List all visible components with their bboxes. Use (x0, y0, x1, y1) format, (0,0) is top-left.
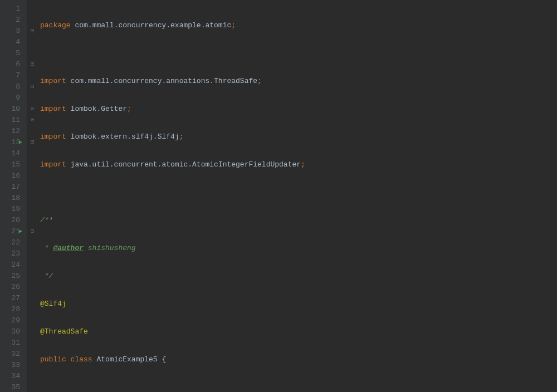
line-number: 33 (4, 360, 20, 371)
line-number: 2 (4, 14, 20, 26)
run-gutter-icon[interactable]: ▶ (19, 226, 22, 237)
line-number: 26 (4, 282, 20, 293)
code-line[interactable]: @Slf4j (40, 298, 557, 310)
code-editor[interactable]: 1234567891011121314151617181920212223242… (0, 0, 557, 392)
line-number: 19 (4, 204, 20, 215)
fold-marker[interactable] (27, 326, 38, 337)
line-number: 23 (4, 248, 20, 259)
fold-marker[interactable]: ▶⊟ (27, 226, 38, 237)
line-number: 28 (4, 304, 20, 315)
fold-marker[interactable] (27, 237, 38, 248)
code-line[interactable] (40, 382, 557, 392)
line-number: 10 (4, 104, 20, 115)
fold-marker[interactable]: ▶⊟ (27, 137, 38, 148)
line-number: 24 (4, 259, 20, 271)
line-number: 29 (4, 315, 20, 326)
line-number: 6 (4, 59, 20, 70)
fold-marker[interactable] (27, 182, 38, 193)
line-number: 11 (4, 115, 20, 126)
line-number: 9 (4, 92, 20, 104)
code-line[interactable] (40, 187, 557, 198)
line-number: 7 (4, 70, 20, 81)
fold-marker[interactable]: ⊖ (27, 115, 38, 126)
line-number: 4 (4, 37, 20, 48)
line-number: 5 (4, 48, 20, 59)
code-line[interactable]: import lombok.extern.slf4j.Slf4j; (40, 131, 557, 143)
line-number: 15 (4, 159, 20, 170)
fold-marker[interactable] (27, 126, 38, 137)
code-area[interactable]: package com.mmall.concurrency.example.at… (38, 0, 557, 392)
fold-marker[interactable] (27, 293, 38, 304)
line-number: 14 (4, 148, 20, 159)
fold-marker[interactable] (27, 337, 38, 349)
line-number: 12 (4, 126, 20, 137)
fold-marker[interactable] (27, 315, 38, 326)
line-number: 31 (4, 337, 20, 349)
line-number: 1 (4, 3, 20, 14)
fold-marker[interactable] (27, 14, 38, 26)
fold-marker[interactable] (27, 37, 38, 48)
line-number: 21 (4, 226, 20, 237)
fold-marker[interactable] (27, 282, 38, 293)
fold-marker[interactable] (27, 248, 38, 259)
line-number: 17 (4, 182, 20, 193)
fold-marker[interactable] (27, 92, 38, 104)
line-number: 3 (4, 26, 20, 37)
line-number: 35 (4, 382, 20, 392)
fold-marker[interactable] (27, 349, 38, 360)
line-number: 25 (4, 271, 20, 282)
line-number: 18 (4, 193, 20, 204)
line-number: 34 (4, 371, 20, 382)
code-line[interactable]: import lombok.Getter; (40, 104, 557, 115)
fold-marker[interactable]: ⊟ (27, 26, 38, 37)
fold-marker[interactable] (27, 48, 38, 59)
fold-marker[interactable] (27, 215, 38, 226)
code-line[interactable] (40, 48, 557, 59)
fold-marker[interactable] (27, 371, 38, 382)
line-number: 27 (4, 293, 20, 304)
line-number: 30 (4, 326, 20, 337)
fold-marker[interactable] (27, 70, 38, 81)
code-line[interactable]: * @author shishusheng (40, 243, 557, 254)
line-number-gutter: 1234567891011121314151617181920212223242… (0, 0, 27, 392)
code-line[interactable]: package com.mmall.concurrency.example.at… (40, 20, 557, 31)
fold-column: ⊟⊟⊟⊖⊖▶⊟▶⊟ (27, 0, 38, 392)
line-number: 20 (4, 215, 20, 226)
code-line[interactable]: /** (40, 215, 557, 226)
fold-marker[interactable] (27, 204, 38, 215)
fold-marker[interactable] (27, 170, 38, 182)
fold-marker[interactable] (27, 148, 38, 159)
line-number: 22 (4, 237, 20, 248)
fold-marker[interactable] (27, 382, 38, 392)
code-line[interactable]: */ (40, 271, 557, 282)
line-number: 16 (4, 170, 20, 182)
fold-marker[interactable]: ⊟ (27, 59, 38, 70)
fold-marker[interactable] (27, 360, 38, 371)
fold-marker[interactable] (27, 271, 38, 282)
code-line[interactable]: import java.util.concurrent.atomic.Atomi… (40, 159, 557, 170)
fold-marker[interactable] (27, 193, 38, 204)
fold-marker[interactable] (27, 259, 38, 271)
fold-marker[interactable] (27, 304, 38, 315)
fold-marker[interactable] (27, 3, 38, 14)
fold-marker[interactable]: ⊟ (27, 81, 38, 92)
line-number: 32 (4, 349, 20, 360)
code-line[interactable]: import com.mmall.concurrency.annoations.… (40, 76, 557, 87)
run-gutter-icon[interactable]: ▶ (19, 137, 22, 148)
line-number: 8 (4, 81, 20, 92)
fold-marker[interactable]: ⊖ (27, 104, 38, 115)
fold-marker[interactable] (27, 159, 38, 170)
line-number: 13 (4, 137, 20, 148)
code-line[interactable]: @ThreadSafe (40, 326, 557, 337)
code-line[interactable]: public class AtomicExample5 { (40, 354, 557, 365)
